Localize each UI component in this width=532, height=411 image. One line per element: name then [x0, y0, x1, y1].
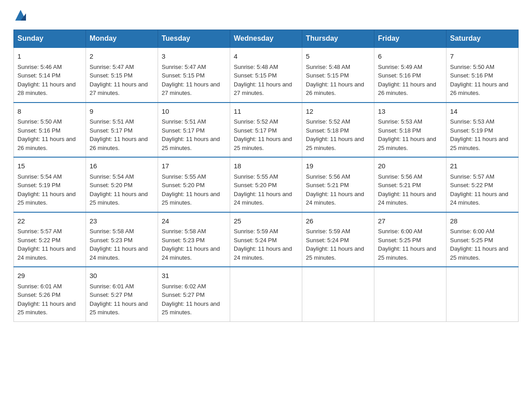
calendar-cell: 13Sunrise: 5:53 AMSunset: 5:18 PMDayligh… [374, 103, 446, 158]
day-number: 26 [306, 216, 370, 227]
day-number: 10 [162, 107, 226, 117]
calendar-cell [374, 267, 446, 321]
day-info: Sunrise: 5:53 AMSunset: 5:18 PMDaylight:… [378, 118, 436, 151]
day-number: 8 [17, 107, 82, 117]
day-info: Sunrise: 5:49 AMSunset: 5:16 PMDaylight:… [378, 64, 436, 97]
calendar-cell: 10Sunrise: 5:51 AMSunset: 5:17 PMDayligh… [158, 103, 230, 158]
col-header-monday: Monday [86, 30, 158, 48]
calendar-cell [302, 267, 374, 321]
day-number: 6 [378, 51, 442, 62]
calendar-cell: 22Sunrise: 5:57 AMSunset: 5:22 PMDayligh… [14, 212, 86, 267]
day-number: 5 [306, 51, 370, 62]
calendar-cell: 21Sunrise: 5:57 AMSunset: 5:22 PMDayligh… [446, 157, 519, 212]
calendar-cell: 1Sunrise: 5:46 AMSunset: 5:14 PMDaylight… [14, 47, 86, 103]
day-number: 24 [162, 216, 226, 227]
calendar-week-row: 15Sunrise: 5:54 AMSunset: 5:19 PMDayligh… [14, 157, 519, 212]
calendar-cell: 15Sunrise: 5:54 AMSunset: 5:19 PMDayligh… [14, 157, 86, 212]
day-number: 12 [306, 107, 370, 117]
day-info: Sunrise: 5:55 AMSunset: 5:20 PMDaylight:… [162, 173, 220, 206]
col-header-saturday: Saturday [446, 30, 519, 48]
day-info: Sunrise: 6:01 AMSunset: 5:26 PMDaylight:… [17, 283, 76, 316]
page-header [13, 9, 519, 21]
day-info: Sunrise: 5:57 AMSunset: 5:22 PMDaylight:… [17, 228, 76, 261]
day-number: 3 [162, 51, 226, 62]
calendar-cell: 12Sunrise: 5:52 AMSunset: 5:18 PMDayligh… [302, 103, 374, 158]
day-info: Sunrise: 5:50 AMSunset: 5:16 PMDaylight:… [450, 64, 508, 97]
calendar-cell: 28Sunrise: 6:00 AMSunset: 5:25 PMDayligh… [446, 212, 519, 267]
day-info: Sunrise: 6:00 AMSunset: 5:25 PMDaylight:… [378, 228, 436, 261]
day-info: Sunrise: 5:50 AMSunset: 5:16 PMDaylight:… [17, 118, 76, 151]
day-info: Sunrise: 5:48 AMSunset: 5:15 PMDaylight:… [306, 64, 364, 97]
day-number: 7 [450, 51, 515, 62]
calendar-cell: 26Sunrise: 5:59 AMSunset: 5:24 PMDayligh… [302, 212, 374, 267]
day-info: Sunrise: 5:59 AMSunset: 5:24 PMDaylight:… [306, 228, 364, 261]
calendar-week-row: 29Sunrise: 6:01 AMSunset: 5:26 PMDayligh… [14, 267, 519, 321]
calendar-cell: 8Sunrise: 5:50 AMSunset: 5:16 PMDaylight… [14, 103, 86, 158]
day-info: Sunrise: 5:52 AMSunset: 5:18 PMDaylight:… [306, 118, 364, 151]
logo-icon [14, 9, 27, 21]
day-info: Sunrise: 5:48 AMSunset: 5:15 PMDaylight:… [234, 64, 292, 97]
calendar-cell: 9Sunrise: 5:51 AMSunset: 5:17 PMDaylight… [86, 103, 158, 158]
day-number: 1 [17, 51, 82, 62]
day-number: 27 [378, 216, 442, 227]
day-number: 9 [90, 107, 154, 117]
calendar-cell: 16Sunrise: 5:54 AMSunset: 5:20 PMDayligh… [86, 157, 158, 212]
day-number: 25 [234, 216, 298, 227]
calendar-cell: 7Sunrise: 5:50 AMSunset: 5:16 PMDaylight… [446, 47, 519, 103]
day-info: Sunrise: 5:46 AMSunset: 5:14 PMDaylight:… [17, 64, 76, 97]
calendar-cell: 19Sunrise: 5:56 AMSunset: 5:21 PMDayligh… [302, 157, 374, 212]
day-number: 15 [17, 161, 82, 171]
day-number: 19 [306, 161, 370, 171]
day-info: Sunrise: 5:55 AMSunset: 5:20 PMDaylight:… [234, 173, 292, 206]
calendar-header-row: SundayMondayTuesdayWednesdayThursdayFrid… [14, 30, 519, 48]
day-info: Sunrise: 5:54 AMSunset: 5:19 PMDaylight:… [17, 173, 76, 206]
day-info: Sunrise: 6:00 AMSunset: 5:25 PMDaylight:… [450, 228, 508, 261]
day-info: Sunrise: 5:59 AMSunset: 5:24 PMDaylight:… [234, 228, 292, 261]
day-info: Sunrise: 5:51 AMSunset: 5:17 PMDaylight:… [162, 118, 220, 151]
col-header-sunday: Sunday [14, 30, 86, 48]
calendar-cell: 3Sunrise: 5:47 AMSunset: 5:15 PMDaylight… [158, 47, 230, 103]
calendar-cell: 20Sunrise: 5:56 AMSunset: 5:21 PMDayligh… [374, 157, 446, 212]
day-info: Sunrise: 5:47 AMSunset: 5:15 PMDaylight:… [90, 64, 148, 97]
calendar-cell [230, 267, 302, 321]
day-number: 29 [17, 271, 82, 281]
day-info: Sunrise: 5:56 AMSunset: 5:21 PMDaylight:… [306, 173, 364, 206]
day-number: 31 [162, 271, 226, 281]
day-number: 13 [378, 107, 442, 117]
day-number: 14 [450, 107, 515, 117]
calendar-cell: 27Sunrise: 6:00 AMSunset: 5:25 PMDayligh… [374, 212, 446, 267]
calendar-cell: 24Sunrise: 5:58 AMSunset: 5:23 PMDayligh… [158, 212, 230, 267]
day-number: 21 [450, 161, 515, 171]
day-info: Sunrise: 5:51 AMSunset: 5:17 PMDaylight:… [90, 118, 148, 151]
col-header-thursday: Thursday [302, 30, 374, 48]
day-info: Sunrise: 5:52 AMSunset: 5:17 PMDaylight:… [234, 118, 292, 151]
calendar-cell: 14Sunrise: 5:53 AMSunset: 5:19 PMDayligh… [446, 103, 519, 158]
calendar-cell: 6Sunrise: 5:49 AMSunset: 5:16 PMDaylight… [374, 47, 446, 103]
day-info: Sunrise: 5:53 AMSunset: 5:19 PMDaylight:… [450, 118, 508, 151]
calendar-week-row: 1Sunrise: 5:46 AMSunset: 5:14 PMDaylight… [14, 47, 519, 103]
calendar-cell: 18Sunrise: 5:55 AMSunset: 5:20 PMDayligh… [230, 157, 302, 212]
day-info: Sunrise: 5:47 AMSunset: 5:15 PMDaylight:… [162, 64, 220, 97]
calendar-week-row: 22Sunrise: 5:57 AMSunset: 5:22 PMDayligh… [14, 212, 519, 267]
day-number: 23 [90, 216, 154, 227]
day-number: 20 [378, 161, 442, 171]
calendar-cell: 2Sunrise: 5:47 AMSunset: 5:15 PMDaylight… [86, 47, 158, 103]
day-number: 30 [90, 271, 154, 281]
day-info: Sunrise: 5:57 AMSunset: 5:22 PMDaylight:… [450, 173, 508, 206]
day-number: 2 [90, 51, 154, 62]
calendar-cell: 23Sunrise: 5:58 AMSunset: 5:23 PMDayligh… [86, 212, 158, 267]
calendar-cell: 4Sunrise: 5:48 AMSunset: 5:15 PMDaylight… [230, 47, 302, 103]
calendar-cell: 30Sunrise: 6:01 AMSunset: 5:27 PMDayligh… [86, 267, 158, 321]
calendar-table: SundayMondayTuesdayWednesdayThursdayFrid… [13, 30, 519, 322]
day-info: Sunrise: 6:01 AMSunset: 5:27 PMDaylight:… [90, 283, 148, 316]
calendar-cell: 31Sunrise: 6:02 AMSunset: 5:27 PMDayligh… [158, 267, 230, 321]
calendar-cell: 11Sunrise: 5:52 AMSunset: 5:17 PMDayligh… [230, 103, 302, 158]
day-info: Sunrise: 5:56 AMSunset: 5:21 PMDaylight:… [378, 173, 436, 206]
calendar-cell: 29Sunrise: 6:01 AMSunset: 5:26 PMDayligh… [14, 267, 86, 321]
calendar-week-row: 8Sunrise: 5:50 AMSunset: 5:16 PMDaylight… [14, 103, 519, 158]
calendar-cell: 17Sunrise: 5:55 AMSunset: 5:20 PMDayligh… [158, 157, 230, 212]
col-header-wednesday: Wednesday [230, 30, 302, 48]
day-number: 28 [450, 216, 515, 227]
day-number: 22 [17, 216, 82, 227]
day-info: Sunrise: 5:58 AMSunset: 5:23 PMDaylight:… [162, 228, 220, 261]
